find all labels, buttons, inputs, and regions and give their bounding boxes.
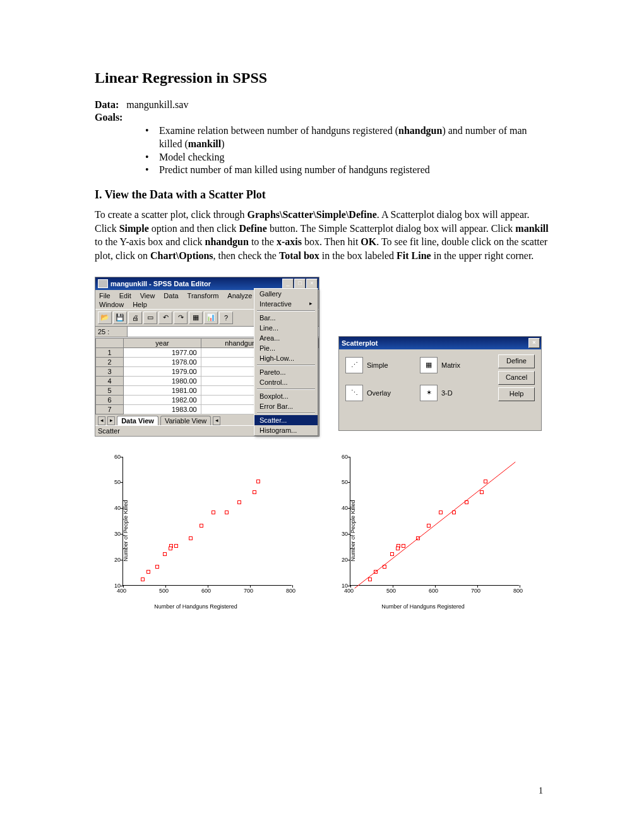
maximize-button[interactable]: □ [294,279,306,289]
chart-icon[interactable]: 📊 [204,311,218,324]
goto-icon[interactable]: ▦ [189,311,203,324]
menu-data[interactable]: Data [162,291,179,300]
option-simple[interactable]: ⋰Simple [345,357,388,373]
scatterplot-dialog: Scatterplot × ⋰Simple ▦Matrix ⋱Overlay ✶… [338,336,542,431]
undo-icon[interactable]: ↶ [158,311,172,324]
goals-label: Goals: [95,112,549,123]
x-axis-label: Number of Handguns Registered [322,603,524,610]
menu-view[interactable]: View [139,291,157,300]
page-number: 1 [539,786,543,796]
tab-scroll-left[interactable]: ◂ [98,416,105,425]
goals-list: Examine relation between number of handg… [95,124,549,177]
redo-icon[interactable]: ↷ [174,311,188,324]
spss-data-editor-window: mangunkill - SPSS Data Editor _ □ × File… [95,277,319,437]
menu-item-pie[interactable]: Pie... [254,343,318,353]
tab-data-view[interactable]: Data View [117,416,158,425]
window-title: mangunkill - SPSS Data Editor [110,280,211,287]
dialog-icon[interactable]: ▭ [143,311,157,324]
menu-window[interactable]: Window [98,300,125,309]
menu-file[interactable]: File [98,291,112,300]
dialog-close-button[interactable]: × [528,338,540,348]
svg-line-0 [355,462,516,588]
menu-item-highlow[interactable]: High-Low... [254,353,318,363]
hscroll-left[interactable]: ◂ [213,416,220,425]
graphs-menu: Gallery Interactive Bar... Line... Area.… [254,288,318,436]
scatter-overlay-icon: ⋱ [345,385,363,401]
menu-item-histogram[interactable]: Histogram... [254,425,318,435]
close-button[interactable]: × [306,279,318,289]
menu-item-gallery[interactable]: Gallery [254,289,318,299]
scatter-3d-icon: ✶ [420,385,438,401]
tab-variable-view[interactable]: Variable View [160,416,211,425]
option-matrix[interactable]: ▦Matrix [420,357,460,373]
menu-edit[interactable]: Edit [118,291,133,300]
help-button[interactable]: Help [498,387,535,401]
menu-analyze[interactable]: Analyze [226,291,253,300]
scatter-chart-left: 102030405060400500600700800 Number of Pe… [95,452,297,610]
menu-transform[interactable]: Transform [186,291,220,300]
menu-item-bar[interactable]: Bar... [254,313,318,323]
scatter-simple-icon: ⋰ [345,357,363,373]
menu-item-control[interactable]: Control... [254,377,318,387]
y-axis-label: Number of People Killed [350,500,356,561]
print-icon[interactable]: 🖨 [128,311,142,324]
define-button[interactable]: Define [498,354,535,368]
dialog-title: Scatterplot [342,339,378,347]
y-axis-label: Number of People Killed [122,500,129,561]
tab-scroll-right[interactable]: ▸ [107,416,115,425]
page-title: Linear Regression in SPSS [95,70,549,87]
menu-item-scatter[interactable]: Scatter... [254,415,318,425]
menu-item-interactive[interactable]: Interactive [254,299,318,309]
body-paragraph: To create a scatter plot, click through … [95,208,549,262]
x-axis-label: Number of Handguns Registered [95,603,297,610]
help-icon[interactable]: ? [219,311,233,324]
scatter-matrix-icon: ▦ [420,357,438,373]
app-icon [98,279,108,288]
cell-indicator: 25 : [95,327,128,337]
save-icon[interactable]: 💾 [113,311,127,324]
menu-item-pareto[interactable]: Pareto... [254,367,318,377]
option-3d[interactable]: ✶3-D [420,385,453,401]
open-icon[interactable]: 📂 [98,311,112,324]
scatter-chart-right: 102030405060400500600700800 Number of Pe… [322,452,524,610]
minimize-button[interactable]: _ [282,279,294,289]
menu-help[interactable]: Help [131,300,148,309]
menu-item-area[interactable]: Area... [254,333,318,343]
menu-item-line[interactable]: Line... [254,323,318,333]
section-heading: I. View the Data with a Scatter Plot [95,188,549,202]
option-overlay[interactable]: ⋱Overlay [345,385,391,401]
cancel-button[interactable]: Cancel [498,371,535,385]
data-line: Data: mangunkill.sav [95,99,549,111]
menu-item-boxplot[interactable]: Boxplot... [254,391,318,401]
menu-item-errorbar[interactable]: Error Bar... [254,401,318,411]
